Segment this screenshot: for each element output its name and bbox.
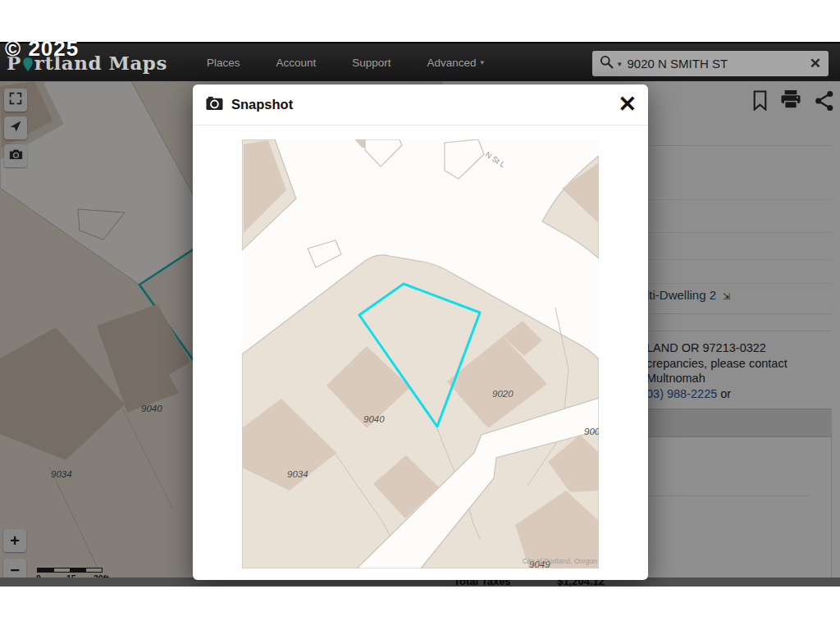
snapshot-map-image: N St L 9020 9040 9034 9008 9049 City of … (242, 139, 599, 568)
close-icon[interactable]: ✕ (618, 91, 637, 117)
camera-icon (206, 96, 223, 114)
search-icon (600, 55, 614, 72)
nav-menu: Places Account Support Advanced ▾ (207, 57, 484, 69)
search-type-caret-icon[interactable]: ▾ (618, 60, 622, 68)
snapshot-modal: Snapshot ✕ (193, 84, 648, 580)
copyright-watermark: © 2025 (5, 36, 79, 62)
parcel-label: 9034 (287, 469, 308, 479)
search-input[interactable] (628, 57, 810, 71)
map-attribution: City of Portland, Oregon (523, 557, 597, 565)
parcel-label: 9020 (492, 389, 514, 399)
snapshot-modal-header: Snapshot ✕ (193, 84, 648, 126)
nav-item-account[interactable]: Account (276, 57, 316, 69)
search-box[interactable]: ▾ ✕ (592, 51, 829, 76)
chevron-down-icon: ▾ (481, 58, 485, 66)
modal-title: Snapshot (231, 97, 293, 112)
parcel-label: 9040 (363, 414, 385, 424)
top-nav-bar: P rtland Maps Places Account Support Adv… (0, 42, 840, 81)
portlandmaps-app: P rtland Maps Places Account Support Adv… (0, 0, 840, 630)
nav-item-advanced[interactable]: Advanced ▾ (427, 57, 485, 69)
nav-item-places[interactable]: Places (207, 57, 240, 69)
top-margin (0, 0, 840, 42)
nav-item-support[interactable]: Support (352, 57, 390, 69)
bottom-margin (0, 587, 840, 630)
parcel-label: 9008 (584, 427, 599, 436)
clear-search-icon[interactable]: ✕ (810, 57, 821, 71)
